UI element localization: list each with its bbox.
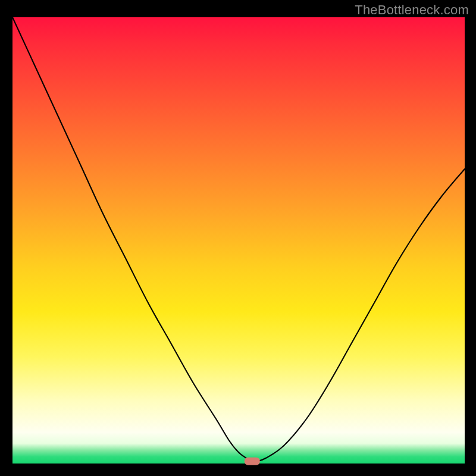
chart-frame: TheBottleneck.com [0,0,476,476]
minimum-marker [245,458,260,465]
curve-layer [12,17,465,464]
plot-area [12,17,465,464]
watermark-text: TheBottleneck.com [355,2,469,18]
bottleneck-curve [12,17,465,462]
